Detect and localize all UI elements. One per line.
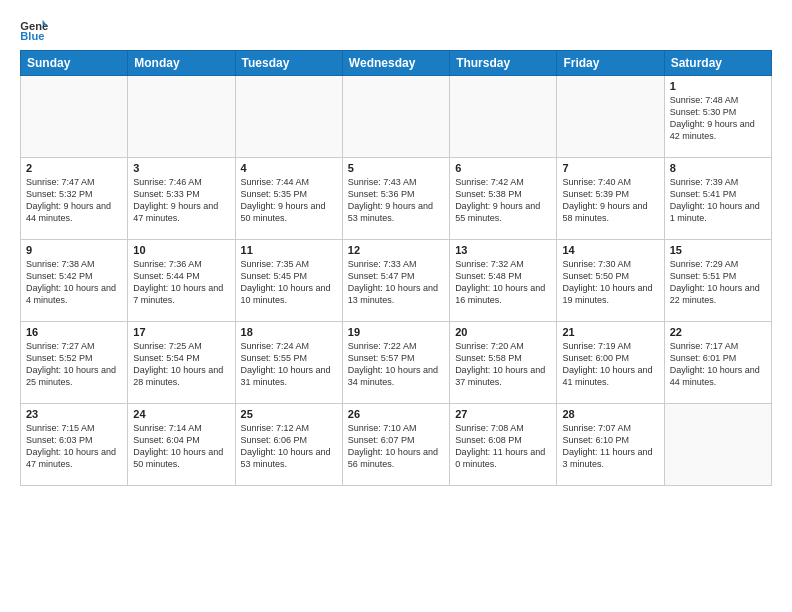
day-info: Sunrise: 7:27 AM Sunset: 5:52 PM Dayligh… <box>26 340 122 389</box>
day-info: Sunrise: 7:07 AM Sunset: 6:10 PM Dayligh… <box>562 422 658 471</box>
calendar-cell <box>128 76 235 158</box>
calendar-cell: 5Sunrise: 7:43 AM Sunset: 5:36 PM Daylig… <box>342 158 449 240</box>
calendar-cell: 9Sunrise: 7:38 AM Sunset: 5:42 PM Daylig… <box>21 240 128 322</box>
calendar-table: SundayMondayTuesdayWednesdayThursdayFrid… <box>20 50 772 486</box>
calendar-week-5: 23Sunrise: 7:15 AM Sunset: 6:03 PM Dayli… <box>21 404 772 486</box>
calendar-cell: 18Sunrise: 7:24 AM Sunset: 5:55 PM Dayli… <box>235 322 342 404</box>
day-info: Sunrise: 7:22 AM Sunset: 5:57 PM Dayligh… <box>348 340 444 389</box>
day-info: Sunrise: 7:36 AM Sunset: 5:44 PM Dayligh… <box>133 258 229 307</box>
day-number: 15 <box>670 244 766 256</box>
calendar-cell <box>450 76 557 158</box>
day-number: 14 <box>562 244 658 256</box>
weekday-header-sunday: Sunday <box>21 51 128 76</box>
day-info: Sunrise: 7:35 AM Sunset: 5:45 PM Dayligh… <box>241 258 337 307</box>
day-number: 24 <box>133 408 229 420</box>
day-info: Sunrise: 7:40 AM Sunset: 5:39 PM Dayligh… <box>562 176 658 225</box>
day-number: 26 <box>348 408 444 420</box>
day-number: 17 <box>133 326 229 338</box>
weekday-header-wednesday: Wednesday <box>342 51 449 76</box>
calendar-cell: 19Sunrise: 7:22 AM Sunset: 5:57 PM Dayli… <box>342 322 449 404</box>
day-number: 9 <box>26 244 122 256</box>
day-info: Sunrise: 7:08 AM Sunset: 6:08 PM Dayligh… <box>455 422 551 471</box>
calendar-cell: 12Sunrise: 7:33 AM Sunset: 5:47 PM Dayli… <box>342 240 449 322</box>
day-info: Sunrise: 7:46 AM Sunset: 5:33 PM Dayligh… <box>133 176 229 225</box>
day-info: Sunrise: 7:20 AM Sunset: 5:58 PM Dayligh… <box>455 340 551 389</box>
day-number: 19 <box>348 326 444 338</box>
calendar-cell: 16Sunrise: 7:27 AM Sunset: 5:52 PM Dayli… <box>21 322 128 404</box>
calendar-cell: 11Sunrise: 7:35 AM Sunset: 5:45 PM Dayli… <box>235 240 342 322</box>
day-number: 4 <box>241 162 337 174</box>
calendar-cell: 20Sunrise: 7:20 AM Sunset: 5:58 PM Dayli… <box>450 322 557 404</box>
day-number: 12 <box>348 244 444 256</box>
day-number: 8 <box>670 162 766 174</box>
calendar-cell: 27Sunrise: 7:08 AM Sunset: 6:08 PM Dayli… <box>450 404 557 486</box>
calendar-cell: 28Sunrise: 7:07 AM Sunset: 6:10 PM Dayli… <box>557 404 664 486</box>
calendar-cell: 24Sunrise: 7:14 AM Sunset: 6:04 PM Dayli… <box>128 404 235 486</box>
calendar-cell: 14Sunrise: 7:30 AM Sunset: 5:50 PM Dayli… <box>557 240 664 322</box>
calendar-cell: 3Sunrise: 7:46 AM Sunset: 5:33 PM Daylig… <box>128 158 235 240</box>
calendar-cell <box>21 76 128 158</box>
calendar-cell: 10Sunrise: 7:36 AM Sunset: 5:44 PM Dayli… <box>128 240 235 322</box>
day-number: 5 <box>348 162 444 174</box>
day-number: 28 <box>562 408 658 420</box>
day-number: 25 <box>241 408 337 420</box>
day-number: 11 <box>241 244 337 256</box>
day-number: 16 <box>26 326 122 338</box>
weekday-header-thursday: Thursday <box>450 51 557 76</box>
calendar-cell: 13Sunrise: 7:32 AM Sunset: 5:48 PM Dayli… <box>450 240 557 322</box>
calendar-cell: 2Sunrise: 7:47 AM Sunset: 5:32 PM Daylig… <box>21 158 128 240</box>
day-number: 27 <box>455 408 551 420</box>
calendar-cell: 1Sunrise: 7:48 AM Sunset: 5:30 PM Daylig… <box>664 76 771 158</box>
header: General Blue <box>20 18 772 42</box>
calendar-header-row: SundayMondayTuesdayWednesdayThursdayFrid… <box>21 51 772 76</box>
day-number: 10 <box>133 244 229 256</box>
day-number: 7 <box>562 162 658 174</box>
svg-text:Blue: Blue <box>20 30 44 42</box>
calendar-cell: 22Sunrise: 7:17 AM Sunset: 6:01 PM Dayli… <box>664 322 771 404</box>
day-info: Sunrise: 7:47 AM Sunset: 5:32 PM Dayligh… <box>26 176 122 225</box>
logo: General Blue <box>20 18 52 42</box>
calendar-cell: 25Sunrise: 7:12 AM Sunset: 6:06 PM Dayli… <box>235 404 342 486</box>
calendar-cell <box>342 76 449 158</box>
day-info: Sunrise: 7:42 AM Sunset: 5:38 PM Dayligh… <box>455 176 551 225</box>
logo-icon: General Blue <box>20 18 48 42</box>
day-info: Sunrise: 7:24 AM Sunset: 5:55 PM Dayligh… <box>241 340 337 389</box>
day-number: 23 <box>26 408 122 420</box>
day-info: Sunrise: 7:14 AM Sunset: 6:04 PM Dayligh… <box>133 422 229 471</box>
day-info: Sunrise: 7:29 AM Sunset: 5:51 PM Dayligh… <box>670 258 766 307</box>
day-number: 13 <box>455 244 551 256</box>
calendar-cell <box>557 76 664 158</box>
day-info: Sunrise: 7:48 AM Sunset: 5:30 PM Dayligh… <box>670 94 766 143</box>
day-info: Sunrise: 7:25 AM Sunset: 5:54 PM Dayligh… <box>133 340 229 389</box>
day-number: 1 <box>670 80 766 92</box>
calendar-week-1: 1Sunrise: 7:48 AM Sunset: 5:30 PM Daylig… <box>21 76 772 158</box>
calendar-cell: 17Sunrise: 7:25 AM Sunset: 5:54 PM Dayli… <box>128 322 235 404</box>
day-number: 2 <box>26 162 122 174</box>
calendar-week-2: 2Sunrise: 7:47 AM Sunset: 5:32 PM Daylig… <box>21 158 772 240</box>
calendar-cell: 7Sunrise: 7:40 AM Sunset: 5:39 PM Daylig… <box>557 158 664 240</box>
day-info: Sunrise: 7:30 AM Sunset: 5:50 PM Dayligh… <box>562 258 658 307</box>
calendar-cell: 21Sunrise: 7:19 AM Sunset: 6:00 PM Dayli… <box>557 322 664 404</box>
day-number: 18 <box>241 326 337 338</box>
day-number: 6 <box>455 162 551 174</box>
page: General Blue SundayMondayTuesdayWednesda… <box>0 0 792 612</box>
day-info: Sunrise: 7:17 AM Sunset: 6:01 PM Dayligh… <box>670 340 766 389</box>
calendar-cell <box>664 404 771 486</box>
calendar-cell: 15Sunrise: 7:29 AM Sunset: 5:51 PM Dayli… <box>664 240 771 322</box>
day-info: Sunrise: 7:19 AM Sunset: 6:00 PM Dayligh… <box>562 340 658 389</box>
calendar-cell: 8Sunrise: 7:39 AM Sunset: 5:41 PM Daylig… <box>664 158 771 240</box>
weekday-header-saturday: Saturday <box>664 51 771 76</box>
day-info: Sunrise: 7:12 AM Sunset: 6:06 PM Dayligh… <box>241 422 337 471</box>
day-info: Sunrise: 7:44 AM Sunset: 5:35 PM Dayligh… <box>241 176 337 225</box>
calendar-week-3: 9Sunrise: 7:38 AM Sunset: 5:42 PM Daylig… <box>21 240 772 322</box>
weekday-header-friday: Friday <box>557 51 664 76</box>
calendar-cell <box>235 76 342 158</box>
day-number: 21 <box>562 326 658 338</box>
day-number: 22 <box>670 326 766 338</box>
day-number: 20 <box>455 326 551 338</box>
calendar-week-4: 16Sunrise: 7:27 AM Sunset: 5:52 PM Dayli… <box>21 322 772 404</box>
day-info: Sunrise: 7:15 AM Sunset: 6:03 PM Dayligh… <box>26 422 122 471</box>
weekday-header-tuesday: Tuesday <box>235 51 342 76</box>
calendar-cell: 26Sunrise: 7:10 AM Sunset: 6:07 PM Dayli… <box>342 404 449 486</box>
calendar-cell: 23Sunrise: 7:15 AM Sunset: 6:03 PM Dayli… <box>21 404 128 486</box>
